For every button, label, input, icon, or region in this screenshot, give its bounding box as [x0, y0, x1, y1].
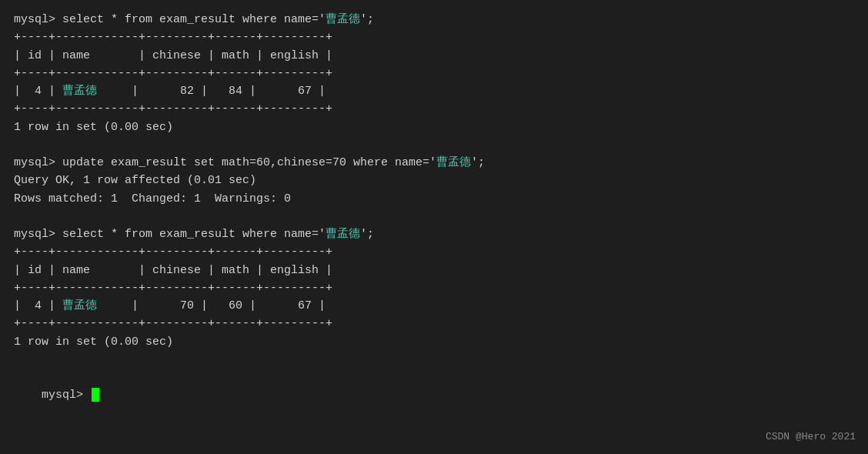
- prompt-1b: ';: [360, 13, 374, 26]
- result1: 1 row in set (0.00 sec): [14, 119, 854, 136]
- line-1: mysql> select * from exam_result where n…: [14, 11, 854, 28]
- table2-header: | id | name | chinese | math | english |: [14, 262, 854, 279]
- table2-name: 曹孟德: [62, 299, 97, 312]
- table1-border-mid: +----+------------+---------+------+----…: [14, 65, 854, 82]
- table1-border-top: +----+------------+---------+------+----…: [14, 28, 854, 46]
- final-prompt-line: mysql>: [14, 369, 854, 422]
- prompt-select2-b: ';: [360, 228, 374, 241]
- empty3: [14, 351, 854, 369]
- chinese-name-update: 曹孟德: [436, 156, 471, 169]
- watermark: CSDN @Hero 2021: [766, 429, 856, 445]
- prompt-1: mysql> select * from exam_result where n…: [14, 13, 326, 26]
- table1-name: 曹孟德: [62, 85, 97, 98]
- table1-row: | 4 | 曹孟德 | 82 | 84 | 67 |: [14, 82, 854, 100]
- table2-border-bot: +----+------------+---------+------+----…: [14, 315, 854, 332]
- line-select2: mysql> select * from exam_result where n…: [14, 225, 854, 243]
- prompt-update-b: ';: [471, 156, 485, 169]
- final-prompt-text: mysql>: [42, 389, 90, 402]
- line-update: mysql> update exam_result set math=60,ch…: [14, 154, 854, 172]
- table2-border-top: +----+------------+---------+------+----…: [14, 243, 854, 261]
- result2: 1 row in set (0.00 sec): [14, 333, 854, 351]
- terminal: mysql> select * from exam_result where n…: [0, 0, 868, 454]
- chinese-name-1: 曹孟德: [326, 13, 360, 26]
- empty1: [14, 136, 854, 154]
- cursor: [92, 388, 99, 402]
- prompt-select2: mysql> select * from exam_result where n…: [14, 228, 326, 241]
- chinese-name-2: 曹孟德: [326, 228, 360, 241]
- empty2: [14, 208, 854, 225]
- rows-matched: Rows matched: 1 Changed: 1 Warnings: 0: [14, 190, 854, 208]
- table1-header: | id | name | chinese | math | english |: [14, 47, 854, 65]
- prompt-update: mysql> update exam_result set math=60,ch…: [14, 156, 436, 169]
- table2-row: | 4 | 曹孟德 | 70 | 60 | 67 |: [14, 297, 854, 315]
- query-ok: Query OK, 1 row affected (0.01 sec): [14, 172, 854, 189]
- table2-border-mid: +----+------------+---------+------+----…: [14, 279, 854, 297]
- table1-border-bot: +----+------------+---------+------+----…: [14, 100, 854, 118]
